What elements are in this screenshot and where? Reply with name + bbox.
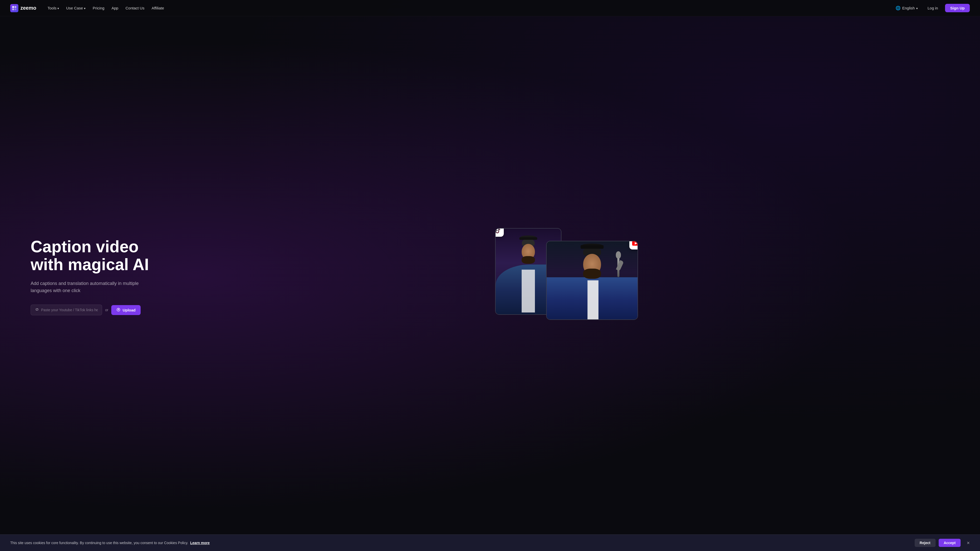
cookie-close-button[interactable]: × xyxy=(967,540,970,546)
tiktok-badge xyxy=(495,228,504,237)
cookie-text: This site uses cookies for core function… xyxy=(10,541,210,545)
hero-content: Caption video with magical AI Add captio… xyxy=(30,238,158,315)
nav-use-case[interactable]: Use Case xyxy=(63,4,89,12)
logo-text: zeemo xyxy=(21,5,36,11)
upload-icon xyxy=(116,308,121,313)
logo-icon xyxy=(10,4,18,12)
cookie-learn-more[interactable]: Learn more xyxy=(190,541,210,545)
nav-affiliate[interactable]: Affiliate xyxy=(148,4,167,12)
language-chevron-icon xyxy=(916,6,918,10)
nav-right: English Log in Sign Up xyxy=(893,4,970,12)
nav-pricing[interactable]: Pricing xyxy=(89,4,107,12)
signup-button[interactable]: Sign Up xyxy=(945,4,970,12)
logo[interactable]: zeemo xyxy=(10,4,36,12)
cookie-banner: This site uses cookies for core function… xyxy=(0,534,980,551)
nav-tools[interactable]: Tools xyxy=(45,4,62,12)
login-button[interactable]: Log in xyxy=(924,4,941,12)
hero-subtitle: Add captions and translation automatical… xyxy=(30,280,158,295)
upload-button[interactable]: Upload xyxy=(111,305,141,315)
cookie-actions: Reject Accept × xyxy=(915,539,970,547)
tools-chevron-icon xyxy=(57,6,59,10)
youtube-thumbnail: 我想他們已經安排了大概3天的行程 I'd go they had set lik… xyxy=(547,241,638,319)
nav-menu: Tools Use Case Pricing App xyxy=(45,4,167,12)
nav-contact[interactable]: Contact Us xyxy=(123,4,148,12)
use-case-chevron-icon xyxy=(84,6,86,10)
language-selector[interactable]: English xyxy=(893,4,920,12)
cookie-reject-button[interactable]: Reject xyxy=(915,539,935,547)
nav-left: zeemo Tools Use Case Pricing xyxy=(10,4,167,12)
svg-rect-1 xyxy=(14,6,16,8)
url-input-wrapper xyxy=(30,305,102,315)
svg-rect-0 xyxy=(12,6,14,8)
navbar: zeemo Tools Use Case Pricing xyxy=(0,0,980,16)
hero-visual: like three days xyxy=(173,225,959,327)
youtube-badge xyxy=(629,241,638,249)
cookie-accept-button[interactable]: Accept xyxy=(939,539,961,547)
video-card-youtube: 我想他們已經安排了大概3天的行程 I'd go they had set lik… xyxy=(546,241,638,320)
hero-section: Caption video with magical AI Add captio… xyxy=(0,16,980,537)
globe-icon xyxy=(896,6,900,11)
svg-rect-3 xyxy=(14,8,16,10)
link-icon xyxy=(35,307,39,313)
svg-rect-2 xyxy=(12,8,14,10)
nav-app[interactable]: App xyxy=(108,4,121,12)
video-cards-container: like three days xyxy=(495,228,638,325)
hero-title: Caption video with magical AI xyxy=(30,238,158,274)
url-input[interactable] xyxy=(41,308,98,312)
or-text: or xyxy=(105,308,108,312)
hero-input-row: or Upload xyxy=(30,305,158,315)
